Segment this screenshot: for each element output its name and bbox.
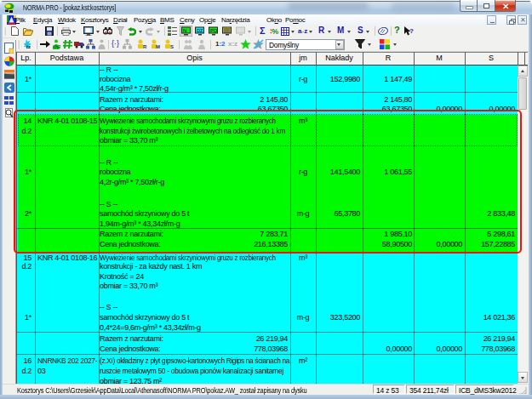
svg-text:tz: tz [26,44,31,49]
svg-text:S: S [170,44,174,49]
svg-text:?: ? [409,27,414,35]
svg-text:KNR: KNR [53,45,61,49]
svg-text:N: N [183,28,186,33]
svg-text:M: M [156,44,160,49]
svg-text:R: R [143,44,147,49]
svg-text:PO: PO [210,28,218,33]
svg-text:DZ: DZ [197,28,203,33]
